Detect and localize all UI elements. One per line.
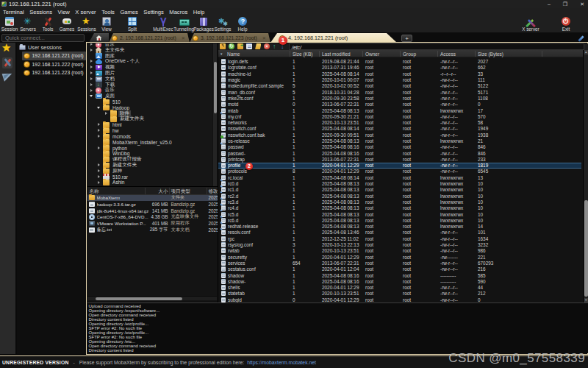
user-sessions-header[interactable]: User sessions	[19, 43, 86, 52]
remote-file-row[interactable]: rc5.d 1 2025-04-08 08:13 root root lrwxr…	[218, 211, 581, 217]
tree-node[interactable]: 510.rar	[87, 174, 218, 180]
remote-file-row[interactable]: logrotate.conf 1 2013-07-31 19:46 root r…	[218, 65, 581, 71]
remote-file-row[interactable]: printcap 1 2013-06-07 22:31 root root -r…	[218, 156, 581, 162]
macros-icon[interactable]	[2, 71, 14, 81]
menu-item[interactable]: X server	[75, 9, 96, 15]
upload-icon[interactable]	[272, 43, 278, 49]
remote-file-row[interactable]: rc4.d 1 2025-04-08 08:13 root root lrwxr…	[218, 205, 581, 211]
remote-file-row[interactable]: nsswitch.conf 1 2025-04-08 08:14 root ro…	[218, 126, 581, 132]
column-header-owner[interactable]: Owner	[365, 52, 379, 57]
tree-node[interactable]: Hadoop	[87, 105, 218, 110]
remote-file-row[interactable]: subgid 0 2020-04-01 12:29 root root -rw-…	[218, 297, 581, 302]
remote-file-row[interactable]: redhat-release 1 2025-04-08 08:13 root r…	[218, 224, 581, 230]
expand-chevron-icon[interactable]	[90, 59, 94, 65]
column-header-size-kb[interactable]: Size (KB)	[293, 52, 312, 57]
menu-item[interactable]: Macros	[169, 9, 187, 15]
toolbar-button[interactable]: X server	[521, 17, 540, 32]
session-item[interactable]: 192.168.121.222 (root)	[22, 60, 86, 69]
local-list-scrollbar-thumb[interactable]	[96, 297, 182, 300]
tree-node[interactable]: 课程设计报告	[87, 157, 218, 163]
remote-file-row[interactable]: motd 0 2013-06-07 22:31 root root -rw-r-…	[218, 102, 581, 107]
maximize-button[interactable]: ❐	[563, 1, 567, 7]
toolbar-button[interactable]: Settings	[213, 17, 232, 32]
column-header-name[interactable]: Name	[227, 52, 240, 57]
tree-node[interactable]: 新建文件夹	[87, 163, 218, 169]
tree-node[interactable]: mcmods	[87, 134, 218, 140]
remote-file-row[interactable]: services 654 2013-06-07 22:31 root root …	[218, 260, 581, 266]
remote-file-row[interactable]: man_db.conf 5 2018-10-31 04:28 root root…	[218, 89, 581, 95]
local-file-row[interactable]: jdk-8u441-linux-x64.tar.gz 141 MB Bandiz…	[87, 208, 218, 214]
local-file-row[interactable]: hadoop-3.3.6.tar.gz 696 MB Bandizip.gz 2…	[87, 201, 218, 208]
remote-file-row[interactable]: rc.local 1 2025-04-08 08:14 root root lr…	[218, 174, 581, 180]
toolbar-button[interactable]: Servers	[18, 17, 37, 32]
scroll-up-arrow-icon[interactable]: ▲	[584, 50, 588, 54]
parent-dir-icon[interactable]	[220, 43, 226, 49]
toolbar-button[interactable]: View	[97, 17, 116, 32]
remote-file-row[interactable]: passwd 1 2025-04-08 08:16 root root -rw-…	[218, 144, 581, 150]
menu-item[interactable]: Tools	[101, 9, 115, 15]
expand-chevron-icon[interactable]	[97, 168, 101, 174]
column-header-group[interactable]: Group	[403, 52, 416, 57]
toolbar-button[interactable]: Exit	[556, 17, 576, 32]
remote-file-row[interactable]: protocols 8 2020-04-01 12:29 root root -…	[218, 169, 581, 174]
toolbar-button[interactable]: Sessions	[77, 17, 96, 32]
expand-chevron-icon[interactable]	[90, 65, 94, 71]
expand-chevron-icon[interactable]	[97, 128, 101, 134]
toolbar-button[interactable]: Help	[233, 17, 252, 32]
remote-file-row[interactable]: rsyslog.conf 3 2020-10-13 22:13 root roo…	[218, 241, 581, 247]
tree-node[interactable]: 510	[87, 99, 218, 105]
new-tab-button[interactable]: +	[401, 35, 412, 42]
remote-file-row[interactable]: sestatus.conf 1 2020-04-01 12:04 root ro…	[218, 266, 581, 272]
expand-chevron-icon[interactable]	[104, 110, 109, 116]
expand-chevron-icon[interactable]	[90, 71, 94, 77]
local-file-row[interactable]: MobaXterm 文件夹 2025	[87, 195, 218, 202]
remote-file-row[interactable]: networks 1 2020-10-13 23:51 root root -r…	[218, 119, 581, 125]
tree-node[interactable]: python	[87, 145, 218, 151]
menu-item[interactable]: Help	[193, 9, 205, 15]
sessions-star-icon[interactable]: ★	[1, 41, 11, 54]
tree-node[interactable]: 新建文件夹	[87, 116, 218, 122]
expand-chevron-icon[interactable]	[97, 122, 101, 128]
expand-chevron-icon[interactable]	[97, 105, 101, 110]
column-header-type[interactable]: 项目类型	[171, 188, 190, 195]
expand-chevron-icon[interactable]	[97, 134, 101, 140]
new-folder-icon[interactable]	[237, 43, 243, 49]
tree-node[interactable]: hw	[87, 128, 218, 134]
menu-item[interactable]: View	[58, 9, 70, 15]
local-file-row[interactable]: VMware Workstation P... 401 MB 应用程序 2025	[87, 220, 218, 227]
remote-file-row[interactable]: nsswitch.conf.bak 1 2020-09-30 09:51 roo…	[218, 132, 581, 138]
remote-file-row[interactable]: passwd- 1 2025-04-08 08:16 root root -rw…	[218, 150, 581, 156]
toolbar-button[interactable]: Tunneling	[174, 17, 193, 32]
tree-vertical-scrollbar[interactable]	[212, 43, 217, 186]
new-file-icon[interactable]	[246, 43, 252, 49]
remote-file-row[interactable]: rpc 1 2012-12-25 11:02 root root -rw-r--…	[218, 236, 581, 241]
remote-file-row[interactable]: rc6.d 1 2025-04-08 08:13 root root lrwxr…	[218, 217, 581, 223]
expand-chevron-icon[interactable]	[90, 88, 94, 93]
remote-file-row[interactable]: shadow 1 2025-04-08 08:16 root root ----…	[218, 272, 581, 278]
remote-file-row[interactable]: rc3.d 1 2025-04-08 08:13 root root lrwxr…	[218, 199, 581, 205]
tools-icon[interactable]	[2, 57, 12, 68]
remote-file-row[interactable]: machine-id 1 2025-04-08 08:14 root root …	[218, 71, 581, 77]
column-header-size[interactable]: 大小	[148, 188, 168, 195]
remote-path-field[interactable]: /etc/	[289, 43, 584, 50]
column-header-access[interactable]: Access	[440, 52, 456, 57]
tree-node[interactable]: WinDbg	[87, 151, 218, 157]
expand-chevron-icon[interactable]	[97, 145, 101, 151]
expand-chevron-icon[interactable]	[90, 93, 94, 99]
remote-file-row[interactable]: shadow- 1 2025-04-08 08:16 root root ---…	[218, 278, 581, 284]
remote-file-row[interactable]: securetty 1 2020-04-01 12:29 root root -…	[218, 254, 581, 260]
professional-edition-link[interactable]: https://mobaxterm.mobatek.net	[247, 360, 316, 365]
remote-file-row[interactable]: magic 1 2020-10-01 00:07 root root -rw-r…	[218, 77, 581, 82]
tree-node[interactable]: 原神	[87, 168, 218, 174]
remote-file-row[interactable]: rc1.d 1 2025-04-08 08:13 root root lrwxr…	[218, 187, 581, 193]
minimize-button[interactable]: –	[548, 1, 551, 7]
menu-item[interactable]: Settings	[143, 9, 163, 15]
remote-file-row[interactable]: profile 1 2020-04-01 12:29 root root -rw…	[218, 163, 581, 169]
toolbar-button[interactable]: Session	[0, 17, 19, 32]
remote-file-row[interactable]: rwtab 1 2020-10-13 23:51 root root -rw-r…	[218, 248, 581, 254]
remote-file-row[interactable]: os-release 1 2025-04-08 08:13 root root …	[218, 138, 581, 144]
local-list-horizontal-scrollbar[interactable]	[87, 296, 217, 300]
tab-close-icon[interactable]: ✕	[262, 35, 266, 40]
tree-node[interactable]: html	[87, 122, 218, 128]
close-button[interactable]: ✕	[580, 1, 584, 7]
